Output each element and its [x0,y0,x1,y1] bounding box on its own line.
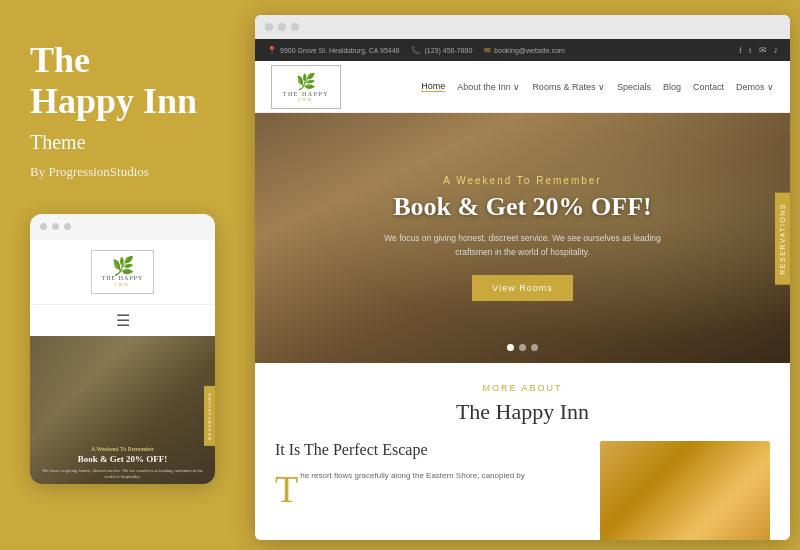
facebook-icon[interactable]: f [739,45,742,55]
location-icon: 📍 [267,46,277,55]
nav-specials[interactable]: Specials [617,82,651,92]
mobile-hero: RESERVATIONS A Weekend To Remember Book … [30,336,215,484]
browser-dot-2 [278,23,286,31]
mobile-hero-pretitle: A Weekend To Remember [91,446,154,452]
drop-cap: T [275,469,298,505]
mobile-reservations-tab[interactable]: RESERVATIONS [204,386,215,446]
content-title: The Happy Inn [275,399,770,425]
mobile-logo-icon: 🌿 [102,257,144,275]
mobile-top-bar [30,214,215,240]
theme-title: The Happy Inn [30,40,197,123]
theme-by: By ProgressionStudios [30,164,149,180]
hero-dot-2[interactable] [519,344,526,351]
theme-subtitle: Theme [30,131,86,154]
hero-dot-1[interactable] [507,344,514,351]
nav-home[interactable]: Home [421,81,445,92]
site-menu: Home About the Inn ∨ Rooms & Rates ∨ Spe… [421,81,774,92]
site-logo-name: THE HAPPY [282,91,330,97]
music-icon[interactable]: ♪ [774,45,779,55]
mobile-dot-1 [40,223,47,230]
site-logo[interactable]: 🌿 THE HAPPY INN [271,65,341,109]
mobile-dot-3 [64,223,71,230]
site-logo-icon: 🌿 [282,72,330,91]
topbar-address: 📍 9900 Grove St. Healdsburg, CA 95448 [267,46,399,55]
nav-rooms[interactable]: Rooms & Rates ∨ [532,82,605,92]
reservations-tab[interactable]: RESERVATIONS [775,193,790,285]
site-hero: RESERVATIONS A Weekend To Remember Book … [255,113,790,363]
mobile-logo-area: 🌿 THE HAPPY INN [30,240,215,305]
phone-icon: 📞 [411,46,421,55]
topbar-left: 📍 9900 Grove St. Healdsburg, CA 95448 📞 … [267,46,565,55]
topbar-email: ✉ booking@website.com [484,46,565,55]
hero-title: Book & Get 20% OFF! [373,192,673,222]
email-icon: ✉ [484,46,491,55]
browser-dot-1 [265,23,273,31]
mobile-hero-title: Book & Get 20% OFF! [78,454,168,464]
mobile-logo-box: 🌿 THE HAPPY INN [91,250,155,294]
content-paragraph: he resort flows gracefully along the Eas… [300,469,525,505]
mobile-hero-desc: We focus on giving honest, discreet serv… [30,468,215,481]
hero-dots [507,344,538,351]
left-panel: The Happy Inn Theme By ProgressionStudio… [0,0,245,550]
mobile-logo-sub: INN [102,282,144,287]
hero-content: A Weekend To Remember Book & Get 20% OFF… [373,175,673,301]
twitter-icon[interactable]: t [749,45,752,55]
browser-top-bar [255,15,790,39]
view-rooms-button[interactable]: View Rooms [472,275,572,301]
content-image [600,441,770,540]
nav-demos[interactable]: Demos ∨ [736,82,774,92]
browser-mockup: 📍 9900 Grove St. Healdsburg, CA 95448 📞 … [255,15,790,540]
site-content: MORE ABOUT The Happy Inn It Is The Perfe… [255,363,790,540]
browser-dot-3 [291,23,299,31]
mobile-hamburger-icon[interactable]: ☰ [30,305,215,336]
hero-description: We focus on giving honest, discreet serv… [373,232,673,259]
hero-pretitle: A Weekend To Remember [373,175,673,186]
topbar-phone: 📞 (123) 456-7890 [411,46,472,55]
site-nav: 🌿 THE HAPPY INN Home About the Inn ∨ Roo… [255,61,790,113]
nav-blog[interactable]: Blog [663,82,681,92]
mobile-logo-text: THE HAPPY [102,275,144,281]
mobile-mockup: 🌿 THE HAPPY INN ☰ RESERVATIONS A Weekend… [30,214,215,484]
email-social-icon[interactable]: ✉ [759,45,767,55]
hero-dot-3[interactable] [531,344,538,351]
mobile-dot-2 [52,223,59,230]
content-section-title: It Is The Perfect Escape [275,441,584,459]
content-text-column: It Is The Perfect Escape T he resort flo… [275,441,584,505]
site-topbar: 📍 9900 Grove St. Healdsburg, CA 95448 📞 … [255,39,790,61]
content-pretitle: MORE ABOUT [275,383,770,393]
nav-contact[interactable]: Contact [693,82,724,92]
site-logo-tag: INN [282,97,330,102]
content-paragraph-wrapper: T he resort flows gracefully along the E… [275,469,584,505]
nav-about[interactable]: About the Inn ∨ [457,82,520,92]
topbar-socials: f t ✉ ♪ [739,45,778,55]
content-body: It Is The Perfect Escape T he resort flo… [275,441,770,540]
